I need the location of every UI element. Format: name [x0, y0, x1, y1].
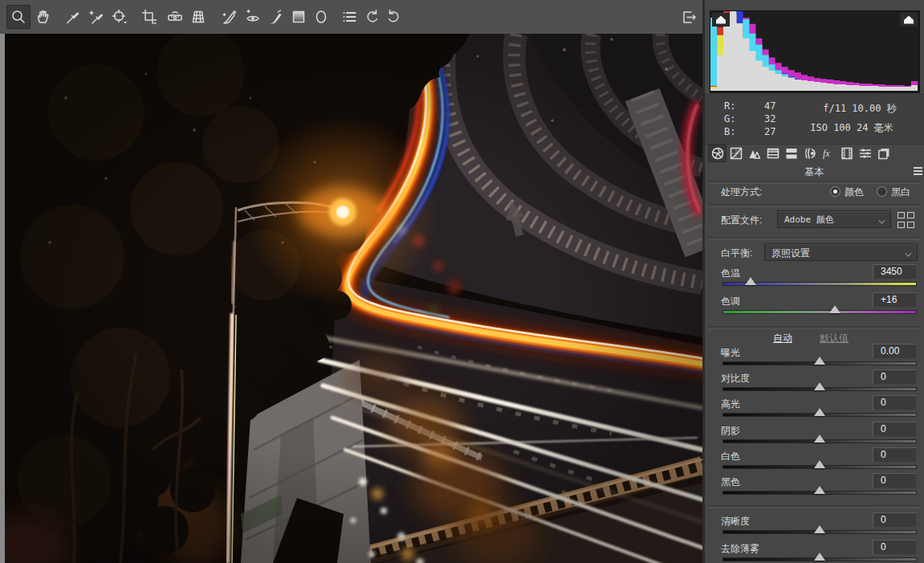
- preferences-tool[interactable]: [337, 5, 361, 29]
- clarity-value[interactable]: 0: [873, 512, 917, 528]
- panel-header: 基本: [705, 164, 924, 180]
- tab-basic[interactable]: [708, 145, 727, 162]
- tab-effects[interactable]: fx: [819, 145, 837, 162]
- whites-thumb[interactable]: [814, 460, 825, 468]
- svg-text:fx: fx: [823, 148, 830, 159]
- clarity-thumb[interactable]: [814, 525, 825, 533]
- white-balance-label: 白平衡:: [721, 247, 752, 260]
- histogram: [710, 10, 920, 93]
- red-eye-tool[interactable]: [241, 5, 265, 29]
- transform-tool[interactable]: [186, 5, 210, 29]
- white-balance-tool[interactable]: [61, 5, 85, 29]
- profile-browser-icon[interactable]: [898, 211, 915, 229]
- profile-dropdown[interactable]: Adobe 颜色: [777, 210, 891, 228]
- highlights-value[interactable]: 0: [873, 395, 917, 410]
- hand-tool[interactable]: [31, 5, 55, 29]
- tab-calibration[interactable]: [837, 145, 856, 162]
- slider-clarity: 清晰度 0: [705, 512, 924, 538]
- chevron-down-icon: [879, 218, 885, 222]
- panel-title: 基本: [705, 165, 924, 179]
- tab-lens-corrections[interactable]: [800, 145, 819, 162]
- slider-shadows: 阴影 0: [705, 422, 924, 447]
- process-bw-label[interactable]: 黑白: [891, 186, 910, 199]
- blacks-value[interactable]: 0: [873, 473, 917, 488]
- tint-track[interactable]: [723, 310, 917, 314]
- divider: [708, 237, 921, 240]
- divider: [708, 181, 921, 184]
- open-export-tool[interactable]: [677, 5, 701, 29]
- rgb-b: B:27: [724, 126, 796, 137]
- tab-tone-curve[interactable]: [727, 145, 745, 162]
- slider-highlights: 高光 0: [705, 395, 924, 421]
- highlights-thumb[interactable]: [814, 408, 825, 416]
- straighten-tool[interactable]: [163, 5, 187, 29]
- contrast-value[interactable]: 0: [873, 369, 917, 385]
- slider-exposure: 曝光 0.00: [705, 344, 924, 369]
- profile-label: 配置文件:: [721, 214, 762, 227]
- chevron-down-icon: [906, 251, 912, 255]
- slider-dehaze: 去除薄雾 0: [705, 540, 924, 563]
- dehaze-thumb[interactable]: [814, 553, 825, 561]
- zoom-tool[interactable]: [6, 5, 31, 29]
- exif-iso-focal: ISO 100 24 毫米: [792, 121, 912, 135]
- targeted-adjustment-tool[interactable]: [108, 5, 132, 29]
- slider-whites: 白色 0: [705, 447, 924, 473]
- rgb-g: G:32: [724, 113, 796, 124]
- blacks-thumb[interactable]: [814, 486, 825, 494]
- photo-canvas[interactable]: [5, 34, 702, 563]
- panel-menu-icon[interactable]: [914, 167, 922, 176]
- divider: [708, 326, 921, 329]
- highlight-clipping-icon[interactable]: [900, 13, 918, 27]
- process-label: 处理方式:: [721, 186, 762, 199]
- shadows-value[interactable]: 0: [873, 422, 917, 437]
- tint-value[interactable]: +16: [873, 292, 917, 308]
- process-bw-radio[interactable]: [877, 186, 887, 197]
- night-photo: [5, 34, 702, 563]
- process-color-radio[interactable]: [830, 186, 841, 197]
- tab-hsl[interactable]: [763, 145, 782, 162]
- adjustments-panel: R:47 G:32 B:27 f/11 10.00 秒 ISO 100 24 毫…: [705, 0, 924, 563]
- graduated-filter-tool[interactable]: [287, 5, 311, 29]
- tab-split-toning[interactable]: [782, 145, 800, 162]
- dehaze-value[interactable]: 0: [873, 540, 917, 555]
- slider-blacks: 黑色 0: [705, 473, 924, 499]
- divider: [708, 204, 921, 207]
- tab-presets[interactable]: [856, 145, 874, 162]
- exposure-thumb[interactable]: [814, 357, 825, 365]
- rgb-r: R:47: [724, 100, 796, 112]
- exif-aperture-shutter: f/11 10.00 秒: [800, 102, 920, 116]
- whites-value[interactable]: 0: [873, 447, 917, 463]
- process-color-label[interactable]: 颜色: [845, 186, 864, 199]
- temperature-value[interactable]: 3450: [873, 264, 917, 279]
- adjustment-brush-tool[interactable]: [263, 5, 287, 29]
- radial-filter-tool[interactable]: [309, 5, 333, 29]
- white-balance-dropdown[interactable]: 原照设置: [764, 243, 918, 261]
- color-sampler-tool[interactable]: [84, 5, 108, 29]
- image-info: R:47 G:32 B:27 f/11 10.00 秒 ISO 100 24 毫…: [705, 94, 924, 145]
- toolbar: [0, 0, 703, 35]
- divider: [708, 505, 921, 508]
- camera-raw-window: R:47 G:32 B:27 f/11 10.00 秒 ISO 100 24 毫…: [0, 0, 924, 563]
- contrast-thumb[interactable]: [814, 382, 825, 390]
- tab-detail[interactable]: [745, 145, 763, 162]
- panel-tabs: fx: [708, 145, 921, 163]
- shadows-thumb[interactable]: [814, 434, 825, 443]
- slider-tint: 色调 +16: [705, 292, 924, 318]
- rotate-right-tool[interactable]: [381, 5, 405, 29]
- exposure-value[interactable]: 0.00: [873, 344, 917, 359]
- crop-tool[interactable]: [137, 5, 161, 29]
- slider-temperature: 色温 3450: [705, 264, 924, 290]
- temperature-thumb[interactable]: [745, 277, 756, 285]
- tab-snapshots[interactable]: [874, 145, 893, 162]
- tint-thumb[interactable]: [829, 305, 841, 313]
- spot-removal-tool[interactable]: [218, 5, 242, 29]
- slider-contrast: 对比度 0: [705, 369, 924, 395]
- shadow-clipping-icon[interactable]: [712, 13, 730, 27]
